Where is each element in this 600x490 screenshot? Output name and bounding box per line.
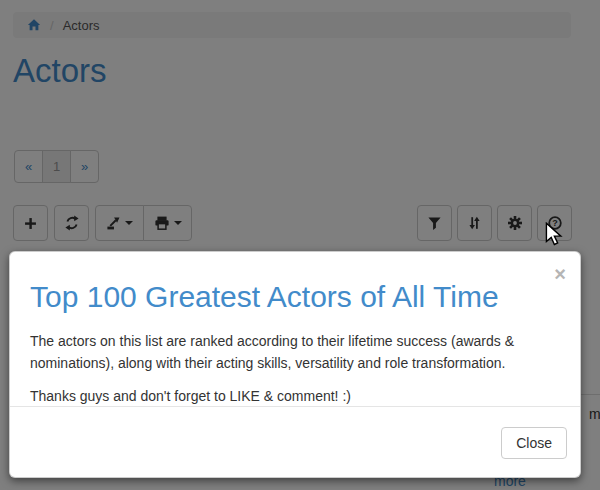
modal-title: Top 100 Greatest Actors of All Time: [30, 280, 558, 314]
modal-body: The actors on this list are ranked accor…: [10, 330, 580, 407]
help-modal: × Top 100 Greatest Actors of All Time Th…: [9, 251, 581, 478]
page: / Actors Actors « 1 »: [0, 0, 600, 490]
modal-close-x-button[interactable]: ×: [554, 264, 566, 284]
close-button[interactable]: Close: [501, 427, 567, 459]
modal-footer: Close: [10, 406, 580, 477]
mouse-cursor-icon: [543, 222, 565, 246]
modal-paragraph-1: The actors on this list are ranked accor…: [30, 330, 556, 374]
modal-paragraph-2: Thanks guys and don't forget to LIKE & c…: [30, 385, 556, 407]
